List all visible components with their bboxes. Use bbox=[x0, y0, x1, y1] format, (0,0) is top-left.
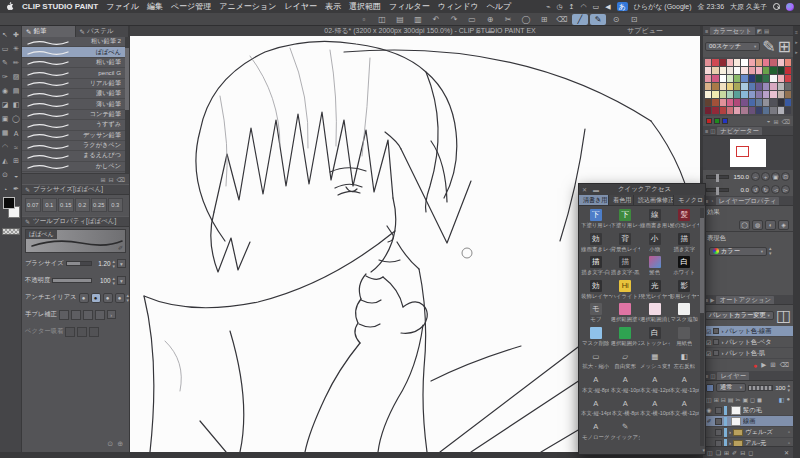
tool-icon[interactable]: ◭ bbox=[0, 154, 11, 168]
menubar-user[interactable]: 大原 久美子 bbox=[730, 2, 767, 12]
color-swatch[interactable] bbox=[756, 59, 762, 66]
color-swatch[interactable] bbox=[727, 75, 733, 82]
command-bar-icon[interactable]: ▤ bbox=[392, 14, 408, 25]
expand-arrow-icon[interactable]: › bbox=[721, 339, 723, 345]
brush-list-item[interactable]: カスレかしペン bbox=[22, 172, 129, 173]
command-bar-icon[interactable]: ◯ bbox=[518, 14, 534, 25]
checkbox-icon[interactable]: ☑ bbox=[706, 350, 711, 357]
tool-icon[interactable]: ✒ bbox=[11, 182, 22, 196]
zoom-button[interactable]: + bbox=[761, 172, 770, 181]
menu-item[interactable]: アニメーション bbox=[219, 1, 276, 12]
command-bar-icon[interactable]: ▭ bbox=[464, 14, 480, 25]
stabilization-step[interactable] bbox=[83, 310, 93, 320]
set-options-icon[interactable]: ⊞ bbox=[778, 37, 791, 56]
quick-access-item[interactable]: 白 ホワイト bbox=[670, 255, 700, 278]
color-swatch[interactable] bbox=[734, 107, 740, 114]
quick-access-item[interactable]: ▱ 自由変形 bbox=[611, 349, 641, 372]
delete-swatch-icon[interactable]: ⌫ bbox=[782, 118, 790, 125]
color-swatch[interactable] bbox=[712, 83, 718, 90]
recent-color-chip[interactable] bbox=[714, 118, 720, 124]
tool-icon[interactable]: ◉ bbox=[0, 84, 11, 98]
stabilization-step[interactable] bbox=[71, 310, 81, 320]
color-swatch[interactable] bbox=[749, 107, 755, 114]
layer-checkbox[interactable] bbox=[715, 418, 722, 425]
brush-list-scrollbar[interactable] bbox=[125, 37, 129, 173]
color-swatch[interactable] bbox=[712, 107, 718, 114]
close-icon[interactable]: ✕ bbox=[475, 28, 480, 35]
tab-layers[interactable]: レイヤー bbox=[717, 372, 749, 380]
color-swatch[interactable] bbox=[720, 83, 726, 90]
brush-size-preset[interactable]: 0.2 bbox=[75, 198, 91, 212]
visibility-eye-icon[interactable]: ✐ bbox=[705, 418, 713, 424]
command-bar-icon[interactable]: ✂ bbox=[500, 14, 516, 25]
menu-item[interactable]: 表示 bbox=[325, 1, 341, 12]
color-swatch[interactable] bbox=[763, 91, 769, 98]
color-swatch[interactable] bbox=[778, 107, 784, 114]
color-swatch[interactable] bbox=[712, 59, 718, 66]
color-swatch[interactable] bbox=[727, 59, 733, 66]
menu-item[interactable]: レイヤー bbox=[284, 1, 317, 12]
quick-access-item[interactable]: マスク追加 bbox=[670, 302, 700, 325]
menu-item[interactable]: ヘルプ bbox=[487, 1, 512, 12]
color-swatch[interactable] bbox=[763, 83, 769, 90]
color-swatch[interactable] bbox=[785, 107, 791, 114]
color-swatch[interactable] bbox=[778, 59, 784, 66]
color-swatch[interactable] bbox=[770, 75, 776, 82]
color-swatch[interactable] bbox=[785, 59, 791, 66]
quick-access-item[interactable]: A 本文-縦-12pt bbox=[640, 373, 670, 396]
color-swatch[interactable] bbox=[734, 99, 740, 106]
color-swatch[interactable] bbox=[770, 59, 776, 66]
layer-row[interactable]: ✐ 線画 bbox=[703, 416, 793, 427]
quick-access-item[interactable]: A 本文-縦-10pt bbox=[611, 373, 641, 396]
command-bar-icon[interactable]: ⊙ bbox=[608, 14, 624, 25]
color-swatch[interactable] bbox=[741, 59, 747, 66]
color-swatch[interactable] bbox=[756, 99, 762, 106]
visibility-eye-icon[interactable]: ◉ bbox=[705, 407, 713, 413]
effect-button[interactable]: ◯ bbox=[739, 220, 750, 230]
layer-bottom-icon[interactable]: ✐ bbox=[732, 449, 737, 456]
menubar-clock[interactable]: 金 23:36 bbox=[698, 2, 724, 12]
rotate-button[interactable]: ▻ bbox=[781, 185, 790, 194]
stabilization-step[interactable] bbox=[59, 310, 69, 320]
color-swatch[interactable] bbox=[763, 75, 769, 82]
reset-icon[interactable]: ⊙ bbox=[107, 440, 113, 448]
tool-icon[interactable]: ▦ bbox=[0, 126, 11, 140]
tab-auto-action[interactable]: オートアクション bbox=[716, 296, 773, 304]
color-swatch[interactable] bbox=[770, 107, 776, 114]
command-bar-icon[interactable]: ⊕ bbox=[482, 14, 498, 25]
panel-menu-icon[interactable]: ≡ bbox=[705, 128, 708, 134]
add-swatch-icon[interactable]: ⊞ bbox=[773, 118, 778, 125]
color-swatch[interactable] bbox=[785, 99, 791, 106]
color-swatch[interactable] bbox=[749, 67, 755, 74]
zoom-value[interactable]: 150.0 bbox=[731, 173, 749, 180]
layer-bottom-icon[interactable]: ◫ bbox=[707, 449, 713, 456]
quick-access-item[interactable]: A モノローグ bbox=[581, 420, 611, 443]
command-bar-icon[interactable]: ▥ bbox=[410, 14, 426, 25]
blend-mode-select[interactable]: 通常▾ bbox=[716, 383, 746, 392]
collapsed-palette-strip[interactable]: ≡▸▸ bbox=[793, 26, 800, 458]
checkbox-icon[interactable]: ☑ bbox=[706, 339, 711, 346]
color-swatch[interactable] bbox=[705, 107, 711, 114]
quick-access-item[interactable]: 髪色 bbox=[640, 255, 670, 278]
color-swatch[interactable] bbox=[727, 107, 733, 114]
layer-bottom-icon[interactable]: ⊞ bbox=[724, 449, 729, 456]
tool-icon[interactable]: ◧ bbox=[11, 98, 22, 112]
lock-icon[interactable]: ✐ bbox=[118, 244, 123, 251]
layer-bottom-icon[interactable]: ❏ bbox=[716, 449, 721, 456]
effect-button[interactable]: ◈ bbox=[778, 220, 789, 230]
quick-access-item[interactable]: 小 小物 bbox=[640, 232, 670, 255]
brush-size-slider[interactable] bbox=[66, 261, 93, 266]
tool-icon[interactable]: ✑ bbox=[0, 70, 11, 84]
color-swatch[interactable] bbox=[741, 99, 747, 106]
tool-icon[interactable]: ◪ bbox=[0, 98, 11, 112]
foreground-color-swatch[interactable] bbox=[3, 197, 15, 209]
quick-access-item[interactable]: 選択範囲消し bbox=[640, 302, 670, 325]
color-swatch[interactable] bbox=[720, 59, 726, 66]
effect-button[interactable]: ◐ bbox=[765, 220, 776, 230]
sub-tool-tab[interactable]: ✎パステル bbox=[76, 26, 130, 37]
expand-arrow-icon[interactable]: › bbox=[721, 328, 723, 334]
color-swatch[interactable] bbox=[705, 75, 711, 82]
menu-item[interactable]: ページ管理 bbox=[171, 1, 211, 12]
volume-icon[interactable]: ◀ bbox=[605, 3, 610, 11]
layer-name[interactable]: 線画 bbox=[743, 417, 788, 426]
